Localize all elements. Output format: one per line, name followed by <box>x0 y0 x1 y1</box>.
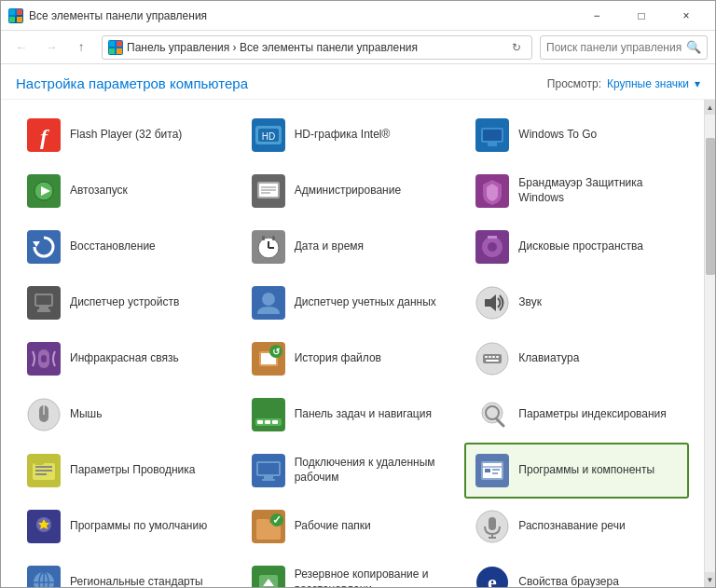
svg-rect-4 <box>109 41 115 47</box>
diskspace-label: Дисковые пространства <box>518 239 643 254</box>
exploreropt-label: Параметры Проводника <box>70 463 195 478</box>
control-item-programs[interactable]: Программы и компоненты <box>464 443 689 499</box>
taskbar-label: Панель задач и навигация <box>295 407 432 422</box>
back-icon: ← <box>15 40 27 54</box>
filehistory-label: История файлов <box>295 351 381 366</box>
indexing-label: Параметры индексирования <box>518 407 666 422</box>
keyboard-icon <box>474 340 511 377</box>
control-item-datetime[interactable]: Дата и время <box>241 219 465 275</box>
control-item-regional[interactable]: Региональные стандарты <box>16 554 241 587</box>
autorun-icon <box>25 172 62 210</box>
programs-icon <box>474 452 511 489</box>
control-item-devmgr[interactable]: Диспетчер устройств <box>16 275 241 331</box>
remotedesktop-icon <box>250 452 287 489</box>
useraccount-label: Диспетчер учетных данных <box>295 295 436 310</box>
control-item-diskspace[interactable]: Дисковые пространства <box>464 219 689 275</box>
windows-to-go-icon <box>474 116 511 154</box>
svg-rect-91 <box>492 469 500 471</box>
regional-icon <box>25 564 62 587</box>
up-button[interactable]: ↑ <box>68 34 94 61</box>
control-item-taskbar[interactable]: Панель задач и навигация <box>241 387 465 443</box>
window-icon <box>8 8 23 23</box>
control-item-speech[interactable]: Распознавание речи <box>464 499 689 554</box>
svg-rect-35 <box>272 236 275 240</box>
control-item-firewall[interactable]: Брандмауэр Защитника Windows <box>464 163 689 219</box>
scrollbar: ▲ ▼ <box>704 100 715 587</box>
svg-rect-77 <box>34 459 44 465</box>
autorun-label: Автозапуск <box>70 184 128 198</box>
svg-rect-7 <box>117 48 122 54</box>
control-item-useraccount[interactable]: Диспетчер учетных данных <box>241 275 465 331</box>
maximize-button[interactable]: □ <box>620 1 663 31</box>
window-controls: − □ × <box>575 1 708 31</box>
control-item-windows-to-go[interactable]: Windows To Go <box>464 107 689 163</box>
scroll-down-button[interactable]: ▼ <box>705 572 716 587</box>
firewall-icon <box>474 172 511 210</box>
control-item-remotedesktop[interactable]: Подключения к удаленным рабочим <box>241 443 465 499</box>
sound-icon <box>474 284 511 321</box>
control-item-flash-player[interactable]: fFlash Player (32 бита) <box>16 107 241 163</box>
defaultapps-icon <box>25 508 62 545</box>
svg-rect-3 <box>17 17 22 22</box>
control-item-sound[interactable]: Звук <box>464 275 689 331</box>
control-item-backup[interactable]: Резервное копирование и восстановлени... <box>241 554 465 587</box>
datetime-label: Дата и время <box>295 239 364 254</box>
view-dropdown-icon[interactable]: ▾ <box>695 77 700 90</box>
browserprop-label: Свойства браузера <box>518 575 619 587</box>
control-item-restore[interactable]: Восстановление <box>16 219 241 275</box>
svg-rect-70 <box>265 420 270 424</box>
back-button[interactable]: ← <box>8 34 34 61</box>
irda-icon <box>25 340 62 377</box>
admin-label: Администрирование <box>295 184 401 198</box>
minimize-button[interactable]: − <box>575 1 618 31</box>
svg-rect-28 <box>27 230 61 264</box>
svg-rect-85 <box>262 479 275 481</box>
control-item-admin[interactable]: Администрирование <box>241 163 465 219</box>
svg-rect-42 <box>36 295 51 305</box>
close-button[interactable]: × <box>665 1 708 31</box>
control-item-defaultapps[interactable]: Программы по умолчанию <box>16 499 241 554</box>
address-bar[interactable]: Панель управления › Все элементы панели … <box>102 35 532 60</box>
devmgr-icon <box>25 284 62 321</box>
control-item-irda[interactable]: Инфракрасная связь <box>16 331 241 387</box>
svg-rect-6 <box>109 48 115 54</box>
control-item-keyboard[interactable]: Клавиатура <box>464 331 689 387</box>
svg-point-46 <box>262 293 275 306</box>
control-item-hd-intel[interactable]: HDHD-графика Intel® <box>241 107 465 163</box>
view-label: Просмотр: <box>547 77 601 90</box>
address-bar-icon <box>108 40 123 55</box>
control-item-browserprop[interactable]: eСвойства браузера <box>464 554 689 587</box>
control-item-filehistory[interactable]: ↺История файлов <box>241 331 465 387</box>
svg-text:✓: ✓ <box>272 513 282 526</box>
svg-rect-83 <box>258 463 279 474</box>
control-item-autorun[interactable]: Автозапуск <box>16 163 241 219</box>
mouse-label: Мышь <box>70 407 103 422</box>
window-title: Все элементы панели управления <box>29 9 575 22</box>
backup-icon <box>250 564 287 587</box>
control-item-indexing[interactable]: Параметры индексирования <box>464 387 689 443</box>
restore-label: Восстановление <box>70 239 156 254</box>
refresh-icon[interactable]: ↻ <box>507 38 526 57</box>
svg-rect-63 <box>486 360 499 362</box>
address-text: Панель управления › Все элементы панели … <box>127 41 507 54</box>
view-value-button[interactable]: Крупные значки <box>607 77 689 90</box>
irda-label: Инфракрасная связь <box>70 351 179 366</box>
admin-icon <box>250 172 287 210</box>
speech-label: Распознавание речи <box>518 519 625 534</box>
scroll-up-button[interactable]: ▲ <box>705 100 716 115</box>
nav-bar: ← → ↑ Панель управления › Все элементы п… <box>1 31 715 64</box>
scroll-thumb[interactable] <box>706 138 715 275</box>
forward-button[interactable]: → <box>38 34 64 61</box>
backup-label: Резервное копирование и восстановлени... <box>295 567 456 587</box>
indexing-icon <box>474 396 511 433</box>
control-item-workfolders[interactable]: ✓Рабочие папки <box>241 499 465 554</box>
restore-icon <box>25 228 62 266</box>
svg-rect-59 <box>485 356 488 358</box>
search-box[interactable]: 🔍 <box>540 35 708 60</box>
diskspace-icon <box>474 228 511 266</box>
useraccount-icon <box>250 284 287 321</box>
control-item-mouse[interactable]: Мышь <box>16 387 241 443</box>
svg-line-74 <box>497 419 503 426</box>
control-item-exploreropt[interactable]: Параметры Проводника <box>16 443 241 499</box>
search-input[interactable] <box>546 41 686 54</box>
